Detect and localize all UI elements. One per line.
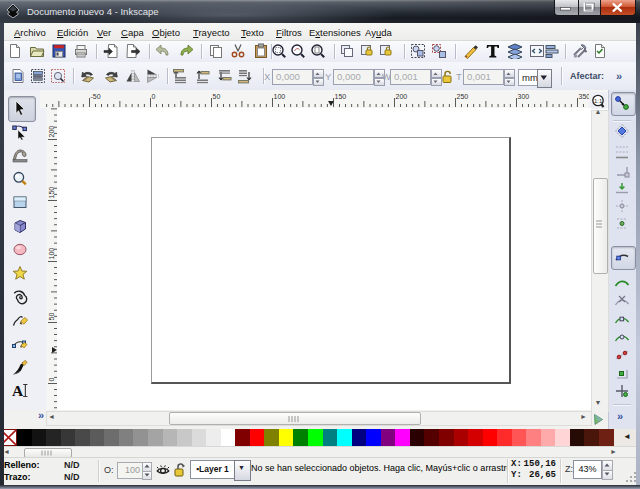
svg-text:200: 200 <box>48 126 55 138</box>
svg-text:100: 100 <box>274 93 286 100</box>
svg-text:A: A <box>12 382 24 399</box>
svg-text:150: 150 <box>48 187 55 199</box>
svg-text:0: 0 <box>152 93 156 100</box>
svg-text:250: 250 <box>457 93 469 100</box>
svg-text:50: 50 <box>48 313 55 321</box>
svg-text:200: 200 <box>396 93 408 100</box>
svg-text:0: 0 <box>48 378 55 382</box>
svg-text:150: 150 <box>335 93 347 100</box>
svg-text:100: 100 <box>48 248 55 260</box>
svg-text:50: 50 <box>213 93 221 100</box>
svg-text:-50: -50 <box>91 93 101 100</box>
svg-text:1:1: 1:1 <box>594 98 603 104</box>
svg-text:300: 300 <box>518 93 530 100</box>
